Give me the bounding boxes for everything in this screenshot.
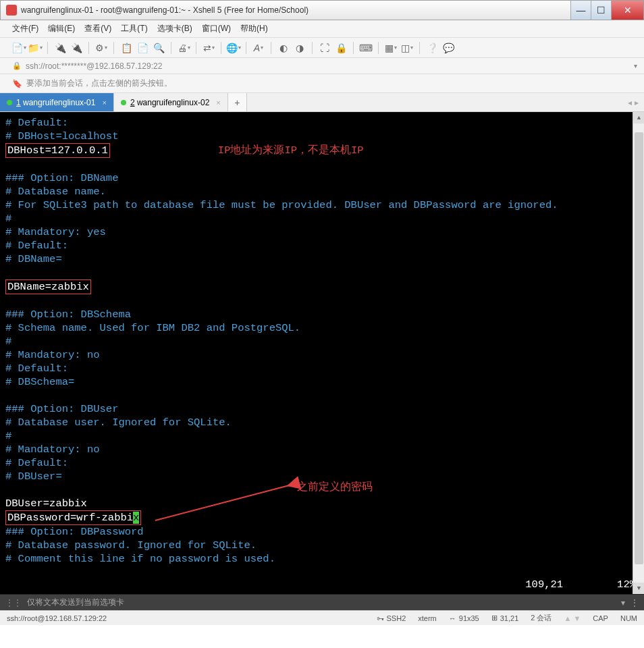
color1-icon[interactable]: ◐ — [277, 41, 290, 55]
tab-next-icon[interactable]: ▸ — [635, 98, 639, 107]
term-line: # Database name. — [5, 185, 639, 198]
compose-bar: ⋮⋮ 仅将文本发送到当前选项卡 ▾ ⋮ — [0, 594, 644, 610]
print-icon[interactable]: 🖨 — [177, 41, 190, 55]
scroll-up-icon[interactable]: ▲ — [633, 112, 644, 124]
terminal-status: 109,21 12% — [525, 578, 636, 591]
globe-icon[interactable]: 🌐 — [227, 41, 240, 55]
fullscreen-icon[interactable]: ⛶ — [318, 41, 331, 55]
status-updown-icon: ▲ ▼ — [564, 614, 581, 622]
term-line: ### Option: DBName — [5, 171, 639, 185]
disconnect-icon[interactable]: 🔌 — [70, 41, 83, 55]
term-line: # DBHost=localhost — [5, 130, 639, 143]
compose-placeholder[interactable]: 仅将文本发送到当前选项卡 — [27, 597, 124, 608]
tab-close-icon[interactable]: × — [102, 99, 106, 107]
address-dropdown-icon[interactable]: ▾ — [634, 62, 637, 70]
cursor-position: 109,21 — [525, 578, 563, 591]
copy-icon[interactable]: 📋 — [119, 41, 133, 55]
tab-add-button[interactable]: + — [228, 93, 247, 111]
term-line: # Mandatory: no — [5, 443, 639, 456]
term-line: # Database password. Ignored for SQLite. — [5, 539, 639, 552]
annotation-password: 之前定义的密码 — [297, 481, 373, 494]
status-bar: ssh://root@192.168.57.129:22 🗝 SSH2 xter… — [0, 610, 644, 625]
term-line: # — [5, 335, 639, 348]
term-line-dbhost: DBHost=127.0.0.1 — [5, 143, 110, 158]
term-line: ### Option: DBSchema — [5, 308, 639, 321]
term-line: # Default: — [5, 456, 639, 470]
status-size: ↔ 91x35 — [449, 614, 479, 622]
help-icon[interactable]: ❔ — [425, 41, 439, 55]
menu-tab[interactable]: 选项卡(B) — [157, 23, 192, 34]
term-line: ### Option: DBPassword — [5, 525, 639, 539]
status-cursor: ⊞ 31,21 — [491, 614, 519, 622]
status-term: xterm — [418, 614, 437, 622]
session-tabs: 1 wangruifenglinux-01 × 2 wangruifenglin… — [0, 93, 644, 112]
tile-icon[interactable]: ◫ — [400, 41, 414, 55]
hint-bar: 🔖 要添加当前会话，点击左侧的箭头按钮。 — [0, 74, 644, 93]
tab-session-1[interactable]: 1 wangruifenglinux-01 × — [0, 93, 114, 111]
status-protocol: 🗝 SSH2 — [377, 614, 406, 622]
menu-edit[interactable]: 编辑(E) — [48, 23, 75, 34]
term-line: # For SQLite3 path to database file must… — [5, 198, 639, 212]
lock-small-icon: 🔒 — [12, 61, 22, 70]
maximize-button[interactable]: ☐ — [591, 1, 611, 20]
close-button[interactable]: ✕ — [611, 1, 643, 20]
compose-dropdown-icon[interactable]: ▾ — [621, 598, 625, 608]
term-line-dbuser: DBUser=zabbix — [5, 497, 639, 510]
menu-bar: 文件(F) 编辑(E) 查看(V) 工具(T) 选项卡(B) 窗口(W) 帮助(… — [0, 20, 644, 38]
app-icon — [6, 5, 17, 16]
lock-icon[interactable]: 🔒 — [334, 41, 348, 55]
font-icon[interactable]: A — [252, 41, 265, 55]
address-text[interactable]: ssh://root:********@192.168.57.129:22 — [26, 61, 162, 71]
menu-tools[interactable]: 工具(T) — [121, 23, 147, 34]
status-address: ssh://root@192.168.57.129:22 — [7, 614, 365, 622]
address-bar: 🔒 ssh://root:********@192.168.57.129:22 … — [0, 58, 644, 74]
term-line: # Default: — [5, 116, 639, 130]
terminal-scrollbar[interactable]: ▲ ▼ — [633, 112, 644, 594]
status-cap: CAP — [593, 614, 608, 622]
bookmark-icon[interactable]: 🔖 — [12, 79, 22, 88]
window-titlebar: wangruifenglinux-01 - root@wangruifeng-0… — [0, 0, 644, 20]
term-line: # Schema name. Used for IBM DB2 and Post… — [5, 321, 639, 335]
tab-close-icon[interactable]: × — [216, 99, 220, 107]
tab-session-2[interactable]: 2 wangruifenglinux-02 × — [114, 93, 228, 111]
menu-file[interactable]: 文件(F) — [12, 23, 38, 34]
chat-icon[interactable]: 💬 — [441, 41, 455, 55]
compose-menu-icon[interactable]: ⋮ — [630, 598, 639, 608]
grip-icon: ⋮⋮ — [5, 598, 22, 608]
keyboard-icon[interactable]: ⌨ — [359, 41, 373, 55]
scroll-down-icon[interactable]: ▼ — [633, 583, 644, 594]
term-line: # DBSchema= — [5, 375, 639, 389]
term-line: # DBName= — [5, 252, 639, 266]
layout-icon[interactable]: ▦ — [384, 41, 398, 55]
scroll-thumb[interactable] — [635, 132, 643, 564]
term-line: ### Option: DBUser — [5, 402, 639, 416]
window-title: wangruifenglinux-01 - root@wangruifeng-0… — [21, 5, 570, 15]
color2-icon[interactable]: ◑ — [293, 41, 306, 55]
terminal-pane[interactable]: # Default: # DBHost=localhost DBHost=127… — [0, 112, 644, 594]
find-icon[interactable]: 🔍 — [152, 41, 165, 55]
menu-help[interactable]: 帮助(H) — [240, 23, 268, 34]
term-line: # Default: — [5, 239, 639, 252]
status-dot-icon — [7, 100, 12, 105]
transfer-icon[interactable]: ⇄ — [202, 41, 215, 55]
tab-prev-icon[interactable]: ◂ — [628, 98, 632, 107]
tab-label: 1 wangruifenglinux-01 — [16, 98, 95, 107]
status-num: NUM — [620, 614, 637, 622]
term-line: # Default: — [5, 362, 639, 375]
term-line: # Mandatory: no — [5, 348, 639, 362]
new-session-icon[interactable]: 📄 — [12, 41, 26, 55]
term-line: # — [5, 212, 639, 225]
annotation-ip: IP地址为来源IP，不是本机IP — [218, 144, 364, 157]
status-sessions: 2 会话 — [531, 613, 552, 623]
reconnect-icon[interactable]: 🔌 — [53, 41, 67, 55]
menu-window[interactable]: 窗口(W) — [202, 23, 231, 34]
paste-icon[interactable]: 📄 — [136, 41, 149, 55]
properties-icon[interactable]: ⚙ — [95, 41, 108, 55]
term-line: # — [5, 429, 639, 443]
menu-view[interactable]: 查看(V) — [84, 23, 111, 34]
term-line-dbname: DBName=zabbix — [5, 279, 91, 294]
open-icon[interactable]: 📁 — [28, 41, 42, 55]
term-line-dbpassword: DBPassword=wrf-zabbi — [7, 512, 133, 524]
term-line: # Comment this line if no password is us… — [5, 552, 639, 566]
minimize-button[interactable]: — — [570, 1, 591, 20]
